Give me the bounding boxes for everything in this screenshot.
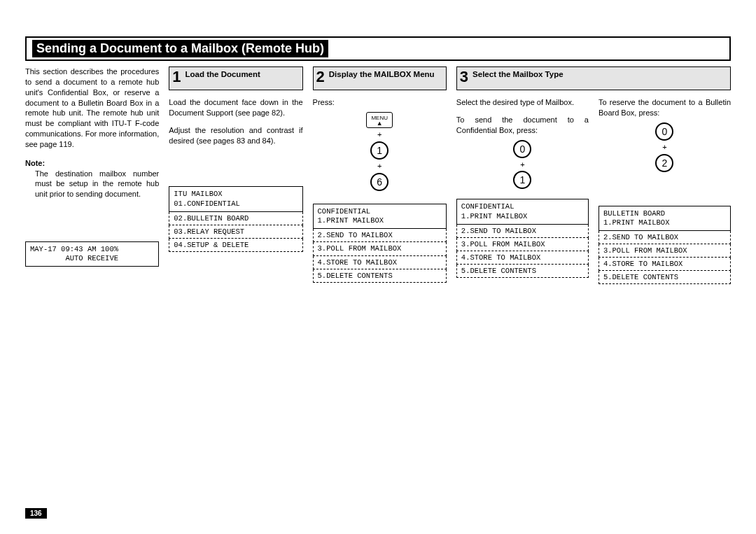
- step3-conf-text: To send the document to a Confidential B…: [456, 115, 589, 136]
- step1-p2: Adjust the resolution and contrast if de…: [169, 125, 302, 146]
- step2-column: 2 Display the MAILBOX Menu Press: MENU▲ …: [313, 66, 447, 284]
- step3-lcd-opt: 5.DELETE CONTENTS: [456, 265, 589, 278]
- step3-column: 3 Select the Mailbox Type Select the des…: [456, 66, 731, 284]
- step3-bull-lcd-main: BULLETIN BOARD 1.PRINT MAILBOX: [598, 206, 731, 231]
- step1-column: 1 Load the Document Load the document fa…: [169, 66, 302, 284]
- digit-key: 0: [655, 122, 673, 141]
- plus-icon: +: [456, 160, 589, 170]
- digit-key: 6: [370, 173, 388, 191]
- step3-title: Select the Mailbox Type: [472, 69, 564, 79]
- step1-lcd-opt: 04.SETUP & DELETE: [169, 239, 302, 252]
- step3-lcd-opt: 4.STORE TO MAILBOX: [456, 251, 589, 265]
- step3-lcd-opt: 3.POLL FROM MAILBOX: [598, 244, 731, 258]
- step1-p1: Load the document face down in the Docum…: [169, 97, 302, 118]
- step1-header: 1 Load the Document: [169, 66, 302, 90]
- step3-bull-subcol: To reserve the document to a Bulletin Bo…: [598, 97, 731, 284]
- step2-lcd-main: CONFIDENTIAL 1.PRINT MAILBOX: [313, 204, 447, 229]
- plus-icon: +: [313, 129, 447, 140]
- intro-column: This section describes the procedures to…: [25, 66, 159, 284]
- step1-lcd-opt: 03.RELAY REQUEST: [169, 225, 302, 239]
- digit-key: 0: [513, 140, 531, 158]
- note-body: The destination mailbox number must be s…: [35, 169, 159, 200]
- step1-number: 1: [172, 69, 181, 85]
- step1-lcd-main: ITU MAILBOX 01.CONFIDENTIAL: [169, 186, 302, 211]
- section-title-bar: Sending a Document to a Mailbox (Remote …: [25, 36, 731, 61]
- step3-header: 3 Select the Mailbox Type: [456, 66, 731, 90]
- step2-press: Press:: [313, 97, 447, 108]
- step1-lcd-opt: 02.BULLETIN BOARD: [169, 212, 302, 225]
- step2-header: 2 Display the MAILBOX Menu: [313, 66, 447, 90]
- step3-lead: Select the desired type of Mailbox.: [456, 97, 589, 108]
- digit-key: 1: [370, 141, 388, 160]
- step3-lcd-opt: 2.SEND TO MAILBOX: [598, 231, 731, 244]
- step1-title: Load the Document: [186, 69, 260, 79]
- step2-lcd-opt: 2.SEND TO MAILBOX: [313, 229, 447, 242]
- step3-conf-lcd-main: CONFIDENTIAL 1.PRINT MAILBOX: [456, 199, 589, 224]
- step3-lcd-opt: 4.STORE TO MAILBOX: [598, 258, 731, 271]
- note-label: Note:: [25, 158, 159, 169]
- page-number: 136: [25, 508, 47, 519]
- section-title: Sending a Document to a Mailbox (Remote …: [32, 40, 328, 57]
- step3-number: 3: [460, 69, 468, 85]
- step3-lcd-opt: 5.DELETE CONTENTS: [598, 271, 731, 284]
- digit-key: 2: [655, 154, 673, 172]
- step3-conf-subcol: Select the desired type of Mailbox. To s…: [456, 97, 589, 284]
- step3-bull-text: To reserve the document to a Bulletin Bo…: [598, 97, 731, 118]
- digit-key: 1: [513, 171, 531, 189]
- intro-text: This section describes the procedures to…: [25, 66, 159, 150]
- step3-lcd-opt: 3.POLL FROM MAILBOX: [456, 238, 589, 251]
- step2-lcd-opt: 5.DELETE CONTENTS: [313, 269, 447, 283]
- step3-lcd-opt: 2.SEND TO MAILBOX: [456, 225, 589, 238]
- step2-lcd-opt: 3.POLL FROM MAILBOX: [313, 242, 447, 255]
- plus-icon: +: [598, 142, 731, 153]
- step2-lcd-opt: 4.STORE TO MAILBOX: [313, 256, 447, 269]
- intro-lcd: MAY-17 09:43 AM 100% AUTO RECEIVE: [25, 241, 159, 267]
- step2-title: Display the MAILBOX Menu: [329, 69, 435, 79]
- menu-key-icon: MENU▲: [366, 112, 393, 128]
- plus-icon: +: [313, 161, 447, 171]
- step2-number: 2: [316, 69, 325, 85]
